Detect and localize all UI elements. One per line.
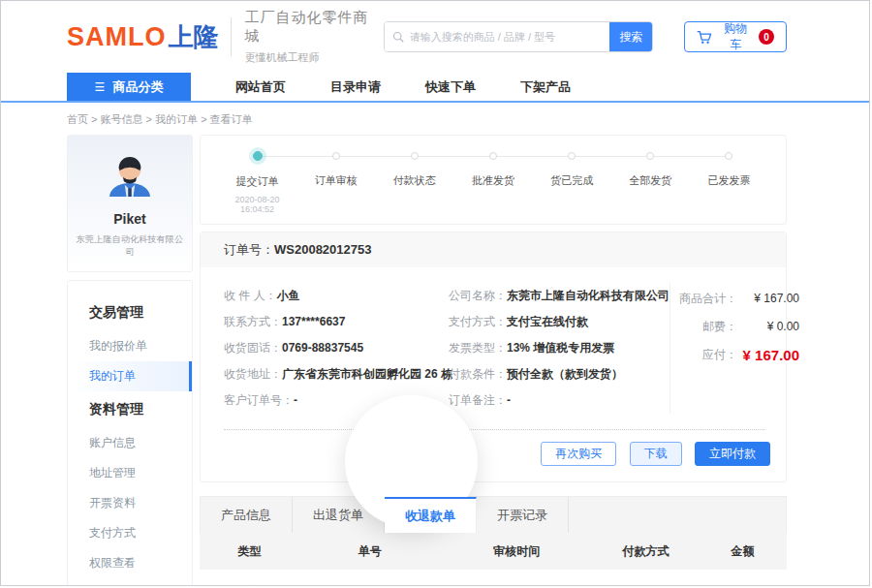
sidebar-item-permissions[interactable]: 权限查看	[68, 548, 192, 578]
main-nav: ☰ 商品分类 网站首页 目录申请 快速下单 下架产品	[1, 73, 869, 103]
landline-phone: 0769-88837545	[282, 341, 363, 355]
avatar	[103, 149, 157, 203]
search-input[interactable]	[410, 31, 603, 43]
cart-icon	[697, 30, 712, 45]
payment-records-table: 类型 单号 审核时间 付款方式 金额 铝型材 WB200807837 2021-…	[200, 533, 787, 586]
step-approve-shipment: 批准发货	[453, 151, 532, 214]
order-detail-page: SAMLO 上隆 工厂自动化零件商城 更懂机械工程师 搜索 购物车 0 ☰ 商品…	[0, 0, 870, 586]
content: Piket 东莞上隆自动化科技有限公司 交易管理 我的报价单 我的订单 资料管理…	[1, 135, 869, 586]
step-goods-ready: 货已完成	[533, 151, 611, 214]
detail-tabs: 产品信息 出退货单 收退款单 开票记录	[200, 496, 787, 533]
receiver-name: 小鱼	[277, 289, 300, 302]
site-subtitle: 更懂机械工程师	[245, 50, 384, 65]
cart-label: 购物车	[718, 20, 753, 53]
header-divider	[231, 17, 232, 56]
logo-shanglong: 上隆	[169, 20, 219, 54]
table-row[interactable]: 铝型材 WB200807837 2021-03-26 11:43:15 支付宝 …	[200, 570, 787, 586]
amount-payable: ¥ 167.00	[737, 341, 799, 369]
step-review: 订单审核	[296, 151, 375, 214]
order-remark: -	[507, 393, 511, 407]
cart-count-badge: 0	[759, 29, 774, 45]
step-dot	[332, 152, 340, 160]
step-all-shipped: 全部发货	[611, 151, 690, 214]
tab-product-info[interactable]: 产品信息	[201, 497, 293, 533]
items-subtotal: ¥ 167.00	[737, 285, 799, 313]
breadcrumb: 首页 > 账号信息 > 我的订单 > 查看订单	[1, 103, 869, 135]
order-details-left: 收 件 人：小鱼 联系方式：137****6637 收货固话：0769-8883…	[224, 283, 449, 414]
logo[interactable]: SAMLO 上隆	[67, 20, 219, 54]
step-payment-status: 付款状态	[375, 151, 453, 214]
step-dot	[646, 152, 654, 160]
order-actions: 再次购买 下载 立即付款	[201, 430, 786, 481]
site-title-block: 工厂自动化零件商城 更懂机械工程师	[245, 9, 384, 65]
download-button[interactable]: 下载	[630, 442, 682, 466]
step-dot	[411, 152, 419, 160]
sidebar-item-my-orders[interactable]: 我的订单	[68, 361, 192, 391]
sidebar: Piket 东莞上隆自动化科技有限公司 交易管理 我的报价单 我的订单 资料管理…	[67, 135, 193, 586]
rebuy-button[interactable]: 再次购买	[541, 442, 616, 466]
user-company: 东莞上隆自动化科技有限公司	[77, 233, 183, 259]
sidebar-item-account-info[interactable]: 账户信息	[68, 428, 192, 458]
logo-samlo: SAMLO	[67, 22, 167, 52]
profile-card: Piket 东莞上隆自动化科技有限公司	[67, 135, 193, 272]
tab-payment-refund[interactable]: 收退款单	[385, 497, 477, 533]
pay-now-button[interactable]: 立即付款	[695, 442, 770, 466]
sidebar-item-my-quotes[interactable]: 我的报价单	[68, 331, 192, 361]
search-bar: 搜索	[384, 21, 654, 52]
order-progress-card: 提交订单 2020-08-20 16:04:52 订单审核 付款状态 批准发货	[200, 135, 787, 225]
nav-item-home[interactable]: 网站首页	[235, 73, 286, 101]
payment-method: 支付宝在线付款	[507, 315, 588, 328]
order-details-right: 公司名称：东莞市上隆自动化科技有限公司 支付方式：支付宝在线付款 发票类型：13…	[449, 283, 670, 414]
tab-invoice-records[interactable]: 开票记录	[477, 497, 569, 533]
step-dot	[489, 152, 497, 160]
step-dot	[568, 152, 576, 160]
customer-order-no: -	[294, 393, 297, 407]
step-dot	[725, 152, 732, 160]
sidebar-menu: 交易管理 我的报价单 我的订单 资料管理 账户信息 地址管理 开票资料 支付方式…	[67, 280, 193, 586]
header: SAMLO 上隆 工厂自动化零件商城 更懂机械工程师 搜索 购物车 0	[1, 1, 869, 73]
order-info-card: 订单号：WS20082012753 收 件 人：小鱼 联系方式：137****6…	[200, 232, 787, 482]
search-icon	[392, 31, 404, 43]
step-dot-done	[253, 151, 263, 161]
menu-heading-profile: 资料管理	[68, 391, 192, 428]
shipping-fee: ¥ 0.00	[737, 313, 799, 341]
sidebar-item-invoice-info[interactable]: 开票资料	[68, 488, 192, 518]
step-submitted-date: 2020-08-20 16:04:52	[218, 195, 296, 214]
sidebar-item-payment-methods[interactable]: 支付方式	[68, 518, 192, 548]
company-name: 东莞市上隆自动化科技有限公司	[507, 289, 670, 302]
shipping-address: 广东省东莞市科创园孵化园 26 栋	[282, 367, 452, 381]
nav-item-quick-order[interactable]: 快速下单	[425, 73, 476, 101]
order-number-strip: 订单号：WS20082012753	[201, 232, 786, 267]
main-panel: 提交订单 2020-08-20 16:04:52 订单审核 付款状态 批准发货	[200, 135, 787, 586]
nav-item-catalog-apply[interactable]: 目录申请	[330, 73, 381, 101]
sidebar-item-catalog-apply[interactable]: 目录申请	[68, 578, 192, 586]
order-totals: 商品合计：¥ 167.00 邮费：¥ 0.00 应付：¥ 167.00	[670, 283, 813, 414]
category-menu-button[interactable]: ☰ 商品分类	[67, 73, 191, 101]
site-title: 工厂自动化零件商城	[245, 9, 384, 46]
cart-button[interactable]: 购物车 0	[684, 21, 787, 52]
step-submitted: 提交订单 2020-08-20 16:04:52	[218, 151, 296, 214]
order-steps: 提交订单 2020-08-20 16:04:52 订单审核 付款状态 批准发货	[218, 151, 768, 214]
search-button[interactable]: 搜索	[609, 22, 652, 51]
category-menu-label: 商品分类	[112, 78, 163, 96]
invoice-type: 13% 增值税专用发票	[507, 341, 614, 355]
nav-item-offshelf-products[interactable]: 下架产品	[520, 73, 571, 101]
menu-heading-trade: 交易管理	[68, 294, 192, 331]
user-name: Piket	[72, 211, 188, 227]
table-header-row: 类型 单号 审核时间 付款方式 金额	[200, 533, 787, 570]
search-input-wrap	[385, 22, 610, 51]
payment-terms: 预付全款（款到发货）	[507, 367, 623, 381]
order-details: 收 件 人：小鱼 联系方式：137****6637 收货固话：0769-8883…	[201, 267, 786, 418]
contact-phone: 137****6637	[282, 315, 345, 328]
hamburger-icon: ☰	[95, 80, 106, 94]
order-number-label: 订单号：	[224, 242, 274, 257]
step-invoice-issued: 已发发票	[690, 151, 768, 214]
order-number: WS20082012753	[274, 242, 371, 257]
sidebar-item-address[interactable]: 地址管理	[68, 458, 192, 488]
